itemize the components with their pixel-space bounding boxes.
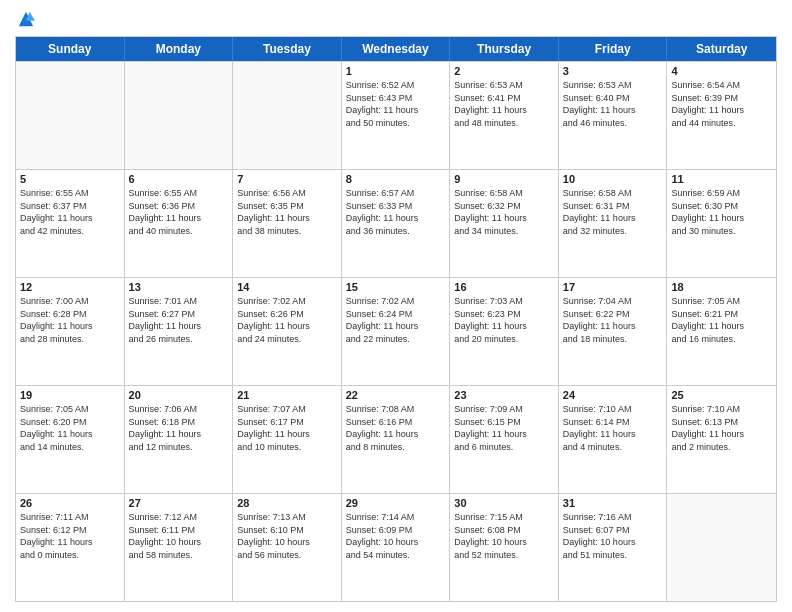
calendar-cell-24: 24Sunrise: 7:10 AM Sunset: 6:14 PM Dayli… <box>559 386 668 493</box>
calendar-cell-1: 1Sunrise: 6:52 AM Sunset: 6:43 PM Daylig… <box>342 62 451 169</box>
calendar-cell-7: 7Sunrise: 6:56 AM Sunset: 6:35 PM Daylig… <box>233 170 342 277</box>
day-number: 12 <box>20 281 120 293</box>
day-number: 13 <box>129 281 229 293</box>
day-number: 10 <box>563 173 663 185</box>
calendar-cell-empty-0-0 <box>16 62 125 169</box>
day-number: 9 <box>454 173 554 185</box>
calendar-cell-30: 30Sunrise: 7:15 AM Sunset: 6:08 PM Dayli… <box>450 494 559 601</box>
header <box>15 10 777 28</box>
day-number: 23 <box>454 389 554 401</box>
calendar-cell-21: 21Sunrise: 7:07 AM Sunset: 6:17 PM Dayli… <box>233 386 342 493</box>
calendar-header: SundayMondayTuesdayWednesdayThursdayFrid… <box>16 37 776 61</box>
calendar-cell-15: 15Sunrise: 7:02 AM Sunset: 6:24 PM Dayli… <box>342 278 451 385</box>
calendar-cell-4: 4Sunrise: 6:54 AM Sunset: 6:39 PM Daylig… <box>667 62 776 169</box>
page: SundayMondayTuesdayWednesdayThursdayFrid… <box>0 0 792 612</box>
calendar-cell-18: 18Sunrise: 7:05 AM Sunset: 6:21 PM Dayli… <box>667 278 776 385</box>
calendar-cell-26: 26Sunrise: 7:11 AM Sunset: 6:12 PM Dayli… <box>16 494 125 601</box>
calendar-cell-empty-4-6 <box>667 494 776 601</box>
day-info: Sunrise: 7:10 AM Sunset: 6:13 PM Dayligh… <box>671 403 772 453</box>
day-info: Sunrise: 6:59 AM Sunset: 6:30 PM Dayligh… <box>671 187 772 237</box>
day-info: Sunrise: 7:05 AM Sunset: 6:20 PM Dayligh… <box>20 403 120 453</box>
day-info: Sunrise: 7:03 AM Sunset: 6:23 PM Dayligh… <box>454 295 554 345</box>
day-number: 18 <box>671 281 772 293</box>
weekday-header-friday: Friday <box>559 37 668 61</box>
day-info: Sunrise: 6:56 AM Sunset: 6:35 PM Dayligh… <box>237 187 337 237</box>
weekday-header-wednesday: Wednesday <box>342 37 451 61</box>
day-number: 24 <box>563 389 663 401</box>
day-number: 3 <box>563 65 663 77</box>
calendar-cell-31: 31Sunrise: 7:16 AM Sunset: 6:07 PM Dayli… <box>559 494 668 601</box>
calendar-row-4: 26Sunrise: 7:11 AM Sunset: 6:12 PM Dayli… <box>16 493 776 601</box>
day-info: Sunrise: 7:02 AM Sunset: 6:24 PM Dayligh… <box>346 295 446 345</box>
weekday-header-thursday: Thursday <box>450 37 559 61</box>
day-info: Sunrise: 7:02 AM Sunset: 6:26 PM Dayligh… <box>237 295 337 345</box>
weekday-header-sunday: Sunday <box>16 37 125 61</box>
day-info: Sunrise: 6:58 AM Sunset: 6:32 PM Dayligh… <box>454 187 554 237</box>
day-info: Sunrise: 7:07 AM Sunset: 6:17 PM Dayligh… <box>237 403 337 453</box>
day-info: Sunrise: 7:11 AM Sunset: 6:12 PM Dayligh… <box>20 511 120 561</box>
weekday-header-tuesday: Tuesday <box>233 37 342 61</box>
day-info: Sunrise: 6:57 AM Sunset: 6:33 PM Dayligh… <box>346 187 446 237</box>
day-number: 5 <box>20 173 120 185</box>
day-number: 1 <box>346 65 446 77</box>
calendar-cell-23: 23Sunrise: 7:09 AM Sunset: 6:15 PM Dayli… <box>450 386 559 493</box>
day-info: Sunrise: 7:13 AM Sunset: 6:10 PM Dayligh… <box>237 511 337 561</box>
day-info: Sunrise: 7:05 AM Sunset: 6:21 PM Dayligh… <box>671 295 772 345</box>
day-info: Sunrise: 6:53 AM Sunset: 6:41 PM Dayligh… <box>454 79 554 129</box>
day-number: 8 <box>346 173 446 185</box>
logo-icon <box>17 10 35 28</box>
calendar-body: 1Sunrise: 6:52 AM Sunset: 6:43 PM Daylig… <box>16 61 776 601</box>
weekday-header-saturday: Saturday <box>667 37 776 61</box>
calendar-cell-13: 13Sunrise: 7:01 AM Sunset: 6:27 PM Dayli… <box>125 278 234 385</box>
calendar-cell-5: 5Sunrise: 6:55 AM Sunset: 6:37 PM Daylig… <box>16 170 125 277</box>
calendar-cell-27: 27Sunrise: 7:12 AM Sunset: 6:11 PM Dayli… <box>125 494 234 601</box>
calendar-row-0: 1Sunrise: 6:52 AM Sunset: 6:43 PM Daylig… <box>16 61 776 169</box>
calendar-cell-17: 17Sunrise: 7:04 AM Sunset: 6:22 PM Dayli… <box>559 278 668 385</box>
day-number: 30 <box>454 497 554 509</box>
day-info: Sunrise: 7:14 AM Sunset: 6:09 PM Dayligh… <box>346 511 446 561</box>
day-info: Sunrise: 6:55 AM Sunset: 6:36 PM Dayligh… <box>129 187 229 237</box>
day-number: 29 <box>346 497 446 509</box>
day-info: Sunrise: 7:10 AM Sunset: 6:14 PM Dayligh… <box>563 403 663 453</box>
calendar-cell-6: 6Sunrise: 6:55 AM Sunset: 6:36 PM Daylig… <box>125 170 234 277</box>
day-info: Sunrise: 7:06 AM Sunset: 6:18 PM Dayligh… <box>129 403 229 453</box>
calendar-cell-10: 10Sunrise: 6:58 AM Sunset: 6:31 PM Dayli… <box>559 170 668 277</box>
day-number: 27 <box>129 497 229 509</box>
calendar: SundayMondayTuesdayWednesdayThursdayFrid… <box>15 36 777 602</box>
day-number: 4 <box>671 65 772 77</box>
day-info: Sunrise: 6:54 AM Sunset: 6:39 PM Dayligh… <box>671 79 772 129</box>
day-info: Sunrise: 7:01 AM Sunset: 6:27 PM Dayligh… <box>129 295 229 345</box>
day-info: Sunrise: 6:52 AM Sunset: 6:43 PM Dayligh… <box>346 79 446 129</box>
day-number: 11 <box>671 173 772 185</box>
day-number: 21 <box>237 389 337 401</box>
day-number: 14 <box>237 281 337 293</box>
calendar-row-3: 19Sunrise: 7:05 AM Sunset: 6:20 PM Dayli… <box>16 385 776 493</box>
day-info: Sunrise: 6:53 AM Sunset: 6:40 PM Dayligh… <box>563 79 663 129</box>
day-number: 17 <box>563 281 663 293</box>
day-info: Sunrise: 7:15 AM Sunset: 6:08 PM Dayligh… <box>454 511 554 561</box>
calendar-row-1: 5Sunrise: 6:55 AM Sunset: 6:37 PM Daylig… <box>16 169 776 277</box>
day-info: Sunrise: 7:00 AM Sunset: 6:28 PM Dayligh… <box>20 295 120 345</box>
calendar-cell-19: 19Sunrise: 7:05 AM Sunset: 6:20 PM Dayli… <box>16 386 125 493</box>
calendar-cell-9: 9Sunrise: 6:58 AM Sunset: 6:32 PM Daylig… <box>450 170 559 277</box>
day-info: Sunrise: 7:08 AM Sunset: 6:16 PM Dayligh… <box>346 403 446 453</box>
calendar-cell-29: 29Sunrise: 7:14 AM Sunset: 6:09 PM Dayli… <box>342 494 451 601</box>
calendar-cell-empty-0-1 <box>125 62 234 169</box>
calendar-cell-25: 25Sunrise: 7:10 AM Sunset: 6:13 PM Dayli… <box>667 386 776 493</box>
day-number: 25 <box>671 389 772 401</box>
day-number: 19 <box>20 389 120 401</box>
day-info: Sunrise: 7:16 AM Sunset: 6:07 PM Dayligh… <box>563 511 663 561</box>
calendar-cell-3: 3Sunrise: 6:53 AM Sunset: 6:40 PM Daylig… <box>559 62 668 169</box>
weekday-header-monday: Monday <box>125 37 234 61</box>
day-number: 6 <box>129 173 229 185</box>
day-number: 20 <box>129 389 229 401</box>
calendar-cell-empty-0-2 <box>233 62 342 169</box>
calendar-row-2: 12Sunrise: 7:00 AM Sunset: 6:28 PM Dayli… <box>16 277 776 385</box>
day-number: 26 <box>20 497 120 509</box>
calendar-cell-2: 2Sunrise: 6:53 AM Sunset: 6:41 PM Daylig… <box>450 62 559 169</box>
day-number: 15 <box>346 281 446 293</box>
day-info: Sunrise: 7:12 AM Sunset: 6:11 PM Dayligh… <box>129 511 229 561</box>
day-info: Sunrise: 7:09 AM Sunset: 6:15 PM Dayligh… <box>454 403 554 453</box>
calendar-cell-28: 28Sunrise: 7:13 AM Sunset: 6:10 PM Dayli… <box>233 494 342 601</box>
day-number: 2 <box>454 65 554 77</box>
